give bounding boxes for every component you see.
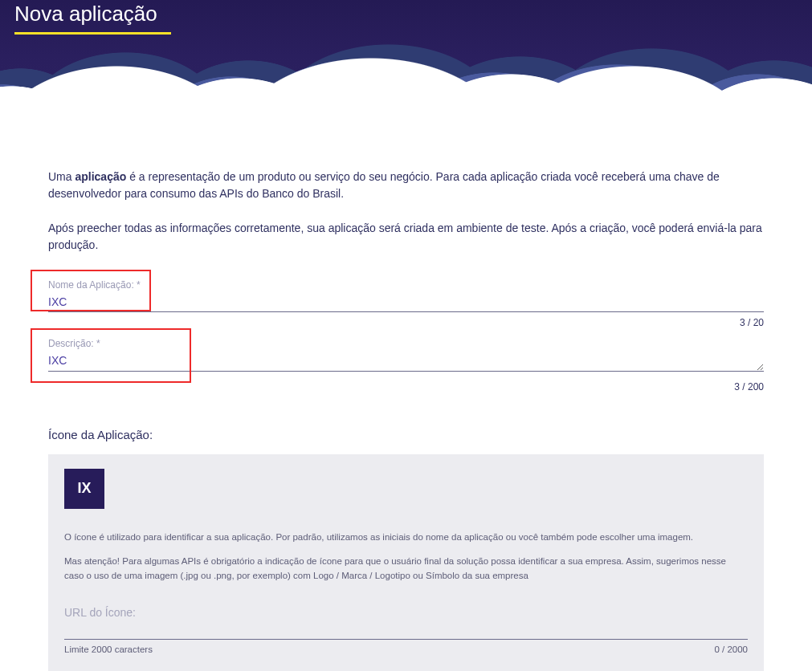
icon-panel: IX O ícone é utilizado para identificar … bbox=[48, 454, 764, 671]
textarea-description[interactable] bbox=[48, 352, 764, 372]
cloud-decoration-front bbox=[0, 38, 812, 140]
label-application-name: Nome da Aplicação: * bbox=[48, 278, 764, 292]
page-header: Nova aplicação bbox=[0, 0, 812, 140]
icon-help-text-2: Mas atenção! Para algumas APIs é obrigat… bbox=[64, 554, 748, 584]
icon-url-limit-text: Limite 2000 caracters bbox=[64, 643, 153, 657]
intro-paragraph-1: Uma aplicação é a representação de um pr… bbox=[48, 169, 764, 202]
counter-icon-url: 0 / 2000 bbox=[714, 643, 748, 657]
intro-text: Uma bbox=[48, 170, 75, 183]
label-description: Descrição: * bbox=[48, 336, 764, 351]
field-application-name: Nome da Aplicação: * 3 / 20 bbox=[48, 278, 764, 330]
label-icon-url: URL do Ícone: bbox=[64, 604, 748, 621]
content-area: Uma aplicação é a representação de um pr… bbox=[0, 140, 812, 671]
intro-bold: aplicação bbox=[75, 170, 126, 183]
field-description: Descrição: * 3 / 200 bbox=[48, 336, 764, 394]
app-icon-tile[interactable]: IX bbox=[64, 469, 104, 509]
input-icon-url[interactable] bbox=[64, 621, 748, 640]
counter-description: 3 / 200 bbox=[48, 380, 764, 394]
counter-application-name: 3 / 20 bbox=[48, 315, 764, 330]
intro-paragraph-2: Após preecher todas as informações corre… bbox=[48, 220, 764, 254]
intro-text-post: é a representação de um produto ou servi… bbox=[48, 170, 720, 200]
icon-help-text-1: O ícone é utilizado para identificar a s… bbox=[64, 530, 748, 544]
input-application-name[interactable] bbox=[48, 294, 764, 312]
section-title-icon: Ícone da Aplicação: bbox=[48, 426, 764, 445]
